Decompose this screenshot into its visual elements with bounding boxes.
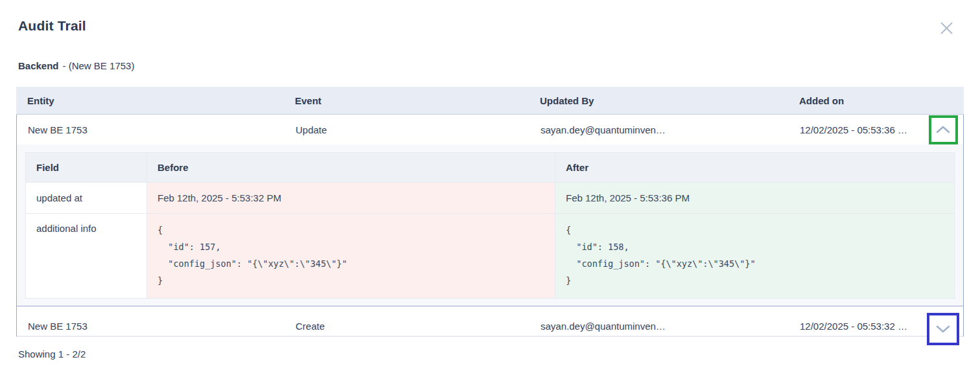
diff-after-value: { "id": 158, "config_json": "{\"xyz\":\"… [555,214,955,299]
diff-row: additional info { "id": 157, "config_jso… [26,214,955,299]
diff-header-row: Field Before After [26,153,955,183]
column-header-event: Event [284,95,529,106]
row-entity: New BE 1753 [17,321,285,332]
diff-table: Field Before After updated at Feb 12th, … [25,152,955,299]
table-header-row: Entity Event Updated By Added on [16,87,964,115]
chevron-down-icon [936,325,950,335]
chevron-up-icon [936,126,950,135]
row-detail-panel: Field Before After updated at Feb 12th, … [17,144,963,306]
row-actions-cell [923,306,963,345]
expand-row-highlight [927,313,959,345]
expand-row-button[interactable] [933,323,953,336]
row-updated-by: sayan.dey@quantuminven… [530,321,789,332]
collapse-row-button[interactable] [933,123,953,136]
table-body: New BE 1753 Update sayan.dey@quantuminve… [16,115,964,337]
close-button[interactable] [938,19,955,37]
page-title: Audit Trail [18,18,86,34]
diff-column-before: Before [147,153,555,183]
audit-trail-modal: Audit Trail Backend - (New BE 1753) Enti… [0,0,980,360]
diff-row: updated at Feb 12th, 2025 - 5:53:32 PM F… [26,183,955,214]
entity-ref-label: - (New BE 1753) [63,60,135,71]
expanded-row-group: New BE 1753 Update sayan.dey@quantuminve… [17,115,963,306]
row-actions-cell [923,115,963,144]
modal-header: Audit Trail [0,0,980,37]
table-row: New BE 1753 Update sayan.dey@quantuminve… [17,115,963,144]
column-header-added-on: Added on [788,95,924,106]
row-event: Create [285,321,530,332]
audit-table: Entity Event Updated By Added on New BE … [16,87,964,337]
diff-field-name: additional info [26,214,147,299]
diff-after-value: Feb 12th, 2025 - 5:53:36 PM [555,183,955,214]
diff-column-field: Field [26,153,147,183]
pagination-summary: Showing 1 - 2/2 [18,348,980,360]
diff-before-value: { "id": 157, "config_json": "{\"xyz\":\"… [147,214,555,299]
diff-column-after: After [555,153,955,183]
close-icon [938,29,955,39]
entity-type-label: Backend [18,60,59,71]
diff-field-name: updated at [26,183,147,214]
breadcrumb: Backend - (New BE 1753) [0,60,980,71]
diff-before-value: Feb 12th, 2025 - 5:53:32 PM [147,183,555,214]
column-header-entity: Entity [16,95,284,106]
row-updated-by: sayan.dey@quantuminven… [530,124,789,135]
column-header-updated-by: Updated By [529,95,788,106]
row-entity: New BE 1753 [17,124,285,135]
row-added-on: 12/02/2025 - 05:53:36 … [789,124,923,135]
row-event: Update [285,124,530,135]
row-added-on: 12/02/2025 - 05:53:32 … [789,321,923,332]
collapse-row-highlight [929,115,958,144]
table-row: New BE 1753 Create sayan.dey@quantuminve… [17,306,963,336]
